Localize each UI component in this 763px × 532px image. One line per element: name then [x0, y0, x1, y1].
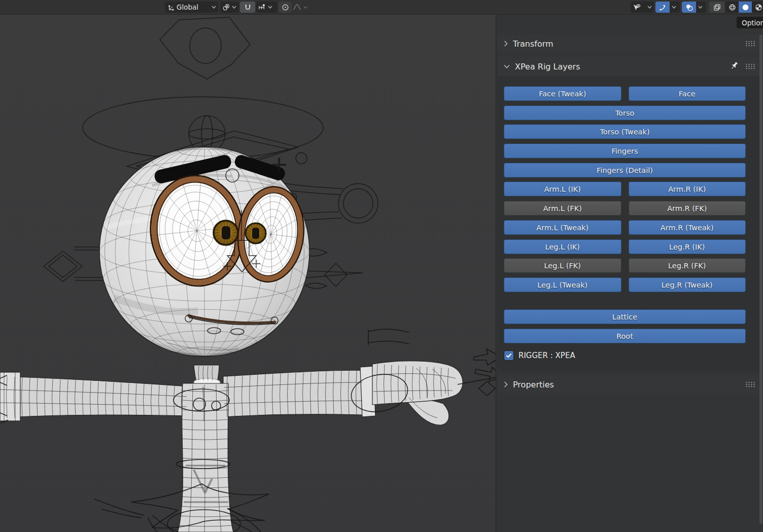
- snap-toggle-button[interactable]: [240, 2, 255, 13]
- chevron-down-icon: [301, 6, 309, 9]
- falloff-curve-icon: [293, 4, 301, 11]
- transform-orientation-dropdown[interactable]: Global: [165, 2, 218, 13]
- rig-layer-button-leg-l-ik[interactable]: Leg.L (IK): [504, 239, 621, 254]
- chevron-down-icon: [210, 6, 218, 9]
- rig-layer-button-face-tweak[interactable]: Face (Tweak): [504, 86, 621, 101]
- rig-layer-button-arm-r-ik[interactable]: Arm.R (IK): [629, 182, 746, 196]
- rig-layer-row: Leg.L (IK)Leg.R (IK): [504, 239, 746, 254]
- show-gizmos-toggle[interactable]: [655, 2, 670, 13]
- rig-layer-button-fingers-detail[interactable]: Fingers (Detail): [504, 163, 746, 178]
- chevron-down-icon: [670, 6, 678, 9]
- rig-layer-row: Root: [504, 329, 746, 343]
- rig-layer-button-torso[interactable]: Torso: [504, 105, 746, 120]
- rig-layer-row: Torso (Tweak): [504, 124, 746, 139]
- rig-layer-button-arm-r-fk[interactable]: Arm.R (FK): [629, 201, 746, 216]
- proportional-editing-icon: [282, 4, 289, 11]
- magnet-icon: [244, 4, 252, 11]
- show-gizmos-dropdown[interactable]: [670, 2, 680, 13]
- viewport-3d[interactable]: [0, 14, 496, 532]
- overlays-spheres-icon: [685, 4, 693, 11]
- drag-grip-icon[interactable]: [745, 380, 755, 389]
- orientation-axes-icon: [165, 4, 176, 11]
- cursor-eye-icon: [631, 4, 641, 11]
- panel-title: Transform: [513, 39, 553, 49]
- material-sphere-icon: [755, 4, 762, 11]
- proportional-editing-toggle[interactable]: [279, 2, 292, 13]
- rig-layer-button-arm-r-tweak[interactable]: Arm.R (Tweak): [629, 220, 746, 235]
- rigger-checkbox-row: RIGGER : XPEA: [504, 350, 746, 361]
- rig-layer-row: Fingers (Detail): [504, 163, 746, 178]
- panel-title: Properties: [513, 380, 554, 389]
- rigger-checkbox[interactable]: [504, 350, 514, 361]
- rig-layer-row: Leg.L (Tweak)Leg.R (Tweak): [504, 277, 746, 292]
- rig-layer-button-leg-l-tweak[interactable]: Leg.L (Tweak): [504, 277, 621, 292]
- rig-layer-row: Fingers: [504, 144, 746, 158]
- panel-transform[interactable]: Transform: [498, 34, 760, 53]
- xray-squares-icon: [713, 4, 721, 11]
- proportional-falloff-dropdown[interactable]: [293, 2, 311, 13]
- panel-title: XPea Rig Layers: [515, 62, 580, 72]
- toggle-xray-button[interactable]: [709, 2, 724, 13]
- chevron-down-icon: [696, 6, 705, 9]
- select-visibility-dropdown[interactable]: [631, 2, 654, 13]
- drag-grip-icon[interactable]: [745, 39, 755, 49]
- rig-layer-button-arm-l-tweak[interactable]: Arm.L (Tweak): [504, 220, 621, 235]
- sidebar-scrollbar[interactable]: [759, 34, 762, 524]
- pivot-point-icon: [220, 4, 230, 11]
- rig-layer-row: Torso: [504, 105, 746, 120]
- wireframe-sphere-icon: [729, 4, 736, 11]
- chevron-down-icon: [266, 6, 274, 9]
- rig-layers-body: Face (Tweak)FaceTorsoTorso (Tweak)Finger…: [498, 76, 760, 372]
- rig-layer-row: Arm.L (FK)Arm.R (FK): [504, 201, 746, 216]
- rigger-checkbox-label: RIGGER : XPEA: [518, 351, 575, 360]
- rig-layer-row: Face (Tweak)Face: [504, 86, 746, 101]
- viewport-header: Global: [0, 0, 763, 15]
- snap-target-dropdown[interactable]: [256, 2, 278, 13]
- options-label: Options: [742, 19, 763, 27]
- rig-layer-button-leg-l-fk[interactable]: Leg.L (FK): [504, 258, 621, 273]
- rig-layer-button-leg-r-fk[interactable]: Leg.R (FK): [629, 258, 746, 273]
- orientation-label: Global: [176, 3, 200, 12]
- chevron-right-icon: [504, 381, 508, 387]
- rig-layer-row: Arm.L (Tweak)Arm.R (Tweak): [504, 220, 746, 235]
- rig-layer-row: Arm.L (IK)Arm.R (IK): [504, 182, 746, 196]
- rig-layer-button-face[interactable]: Face: [629, 86, 746, 101]
- blender-window: { "colors": { "accent_blue": "#4772b3", …: [0, 0, 763, 532]
- rig-layer-button-torso-tweak[interactable]: Torso (Tweak): [504, 124, 746, 139]
- solid-sphere-icon: [742, 4, 749, 11]
- options-dropdown[interactable]: Options: [737, 17, 763, 28]
- rig-layer-button-root[interactable]: Root: [504, 329, 746, 343]
- rig-layer-button-arm-l-fk[interactable]: Arm.L (FK): [504, 201, 621, 216]
- show-overlays-toggle[interactable]: [682, 2, 696, 13]
- rig-layer-row: Leg.L (FK)Leg.R (FK): [504, 258, 746, 273]
- pivot-point-dropdown[interactable]: [220, 2, 239, 13]
- shading-material-button[interactable]: [752, 2, 763, 13]
- snap-increment-icon: [256, 4, 266, 11]
- drag-grip-icon[interactable]: [745, 62, 755, 72]
- chevron-down-icon: [645, 6, 654, 9]
- rig-layer-button-leg-r-tweak[interactable]: Leg.R (Tweak): [629, 277, 746, 292]
- shading-solid-button[interactable]: [739, 2, 752, 13]
- rig-layer-row: Lattice: [504, 309, 746, 324]
- panel-xpea-header[interactable]: XPea Rig Layers: [498, 57, 760, 76]
- show-overlays-dropdown[interactable]: [696, 2, 706, 13]
- pin-icon[interactable]: [730, 61, 739, 73]
- rig-layer-rows: Face (Tweak)FaceTorsoTorso (Tweak)Finger…: [504, 86, 746, 343]
- rig-layer-button-leg-r-ik[interactable]: Leg.R (IK): [629, 239, 746, 254]
- rig-layer-button-lattice[interactable]: Lattice: [504, 309, 746, 324]
- panel-properties[interactable]: Properties: [498, 375, 760, 394]
- gizmo-arc-arrow-icon: [659, 4, 667, 11]
- chevron-down-icon: [230, 6, 238, 9]
- rig-layer-button-arm-l-ik[interactable]: Arm.L (IK): [504, 182, 621, 196]
- sidebar-n-panel: Transform XPea Rig Layers Face (Tweak)Fa…: [496, 14, 763, 532]
- shading-wireframe-button[interactable]: [725, 2, 739, 13]
- rig-layer-button-fingers[interactable]: Fingers: [504, 144, 746, 158]
- chevron-right-icon: [504, 41, 508, 47]
- panel-xpea-rig-layers: XPea Rig Layers Face (Tweak)FaceTorsoTor…: [498, 57, 760, 372]
- chevron-down-icon: [504, 64, 510, 68]
